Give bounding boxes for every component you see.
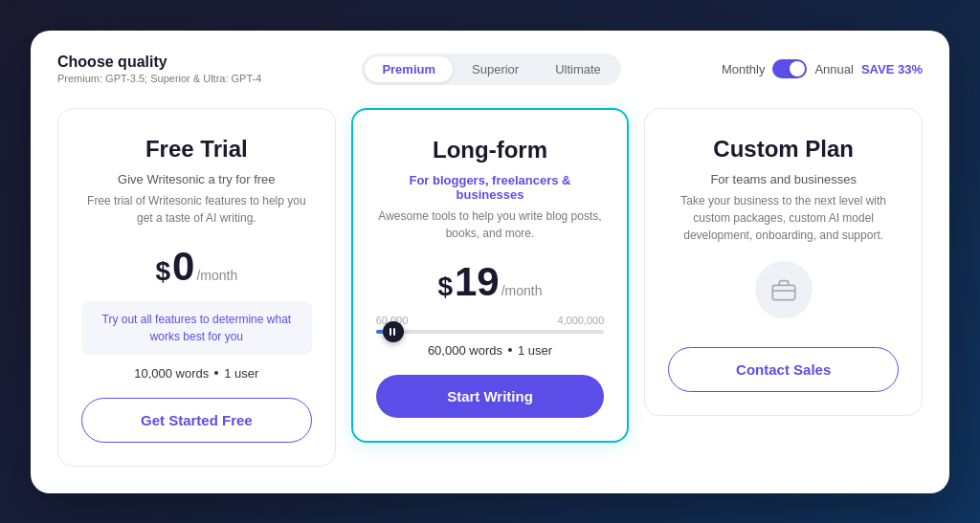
save-badge: SAVE 33%: [861, 62, 923, 76]
plan-card-free: Free Trial Give Writesonic a try for fre…: [57, 108, 336, 467]
free-note-accent: you: [225, 330, 243, 343]
quality-label: Choose quality Premium: GPT-3.5; Superio…: [57, 54, 261, 84]
free-price-period: /month: [196, 268, 237, 283]
billing-toggle-switch[interactable]: [772, 59, 807, 78]
slider-thumb[interactable]: [383, 321, 404, 342]
free-plan-title: Free Trial: [81, 136, 312, 163]
briefcase-icon: [755, 261, 813, 318]
dot-separator: [214, 371, 218, 375]
quality-subtitle: Premium: GPT-3.5; Superior & Ultra: GPT-…: [57, 73, 261, 84]
longform-currency: $: [437, 272, 453, 302]
words-slider[interactable]: 60,000 4,000,000: [376, 315, 605, 334]
custom-plan-desc: Take your business to the next level wit…: [668, 192, 899, 244]
billing-monthly-label: Monthly: [722, 62, 766, 76]
longform-words-count: 60,000 words 1 user: [376, 343, 605, 358]
svg-rect-0: [772, 285, 794, 299]
tab-ultimate[interactable]: Ultimate: [538, 56, 618, 82]
longform-plan-subtitle: For bloggers, freelancers & businesses: [376, 173, 605, 202]
free-plan-desc: Free trial of Writesonic features to hel…: [81, 192, 312, 227]
plan-card-custom: Custom Plan For teams and businesses Tak…: [644, 108, 923, 416]
plans-grid: Free Trial Give Writesonic a try for fre…: [57, 108, 923, 467]
custom-plan-title: Custom Plan: [668, 136, 899, 163]
slider-max-label: 4,000,000: [557, 315, 604, 326]
plan-card-longform: Long-form For bloggers, freelancers & bu…: [351, 108, 630, 443]
dot-separator-2: [508, 348, 512, 352]
free-users: 1 user: [224, 366, 258, 381]
custom-plan-subtitle: For teams and businesses: [668, 172, 899, 186]
free-words-count: 10,000 words 1 user: [81, 366, 312, 381]
free-price-value: 0: [172, 244, 194, 290]
longform-words: 60,000 words: [428, 343, 502, 358]
longform-plan-desc: Awesome tools to help you write blog pos…: [376, 207, 605, 242]
longform-plan-title: Long-form: [376, 137, 605, 163]
longform-users: 1 user: [518, 343, 552, 358]
billing-toggle: Monthly Annual SAVE 33%: [722, 59, 923, 78]
slider-labels: 60,000 4,000,000: [376, 315, 605, 326]
free-plan-subtitle: Give Writesonic a try for free: [81, 172, 312, 186]
custom-cta-button[interactable]: Contact Sales: [668, 347, 899, 392]
free-note-text: Try out all features to determine what w…: [102, 313, 292, 343]
pricing-container: Choose quality Premium: GPT-3.5; Superio…: [31, 31, 949, 493]
longform-plan-price: $ 19 /month: [376, 259, 605, 305]
free-words: 10,000 words: [134, 366, 209, 381]
slider-track: [376, 330, 605, 334]
briefcase-svg: [770, 276, 797, 303]
toggle-thumb: [790, 61, 805, 76]
longform-price-period: /month: [501, 283, 543, 298]
quality-title: Choose quality: [57, 54, 261, 71]
free-cta-button[interactable]: Get Started Free: [81, 398, 312, 443]
tab-premium[interactable]: Premium: [365, 56, 453, 82]
free-words-note: Try out all features to determine what w…: [81, 301, 312, 355]
free-plan-price: $ 0 /month: [81, 244, 312, 290]
plan-tabs: Premium Superior Ultimate: [362, 54, 620, 85]
longform-cta-button[interactable]: Start Writing: [376, 375, 605, 418]
billing-annual-label: Annual: [814, 62, 853, 76]
top-bar: Choose quality Premium: GPT-3.5; Superio…: [57, 54, 923, 85]
longform-price-value: 19: [455, 259, 500, 305]
tab-superior[interactable]: Superior: [455, 56, 536, 82]
free-currency: $: [155, 256, 170, 287]
